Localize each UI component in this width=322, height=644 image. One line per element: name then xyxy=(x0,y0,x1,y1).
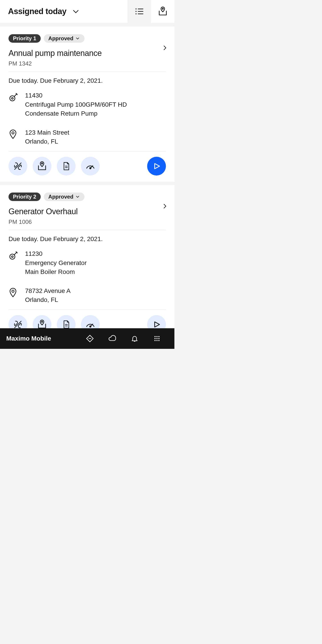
tools-icon xyxy=(13,320,23,328)
card-actions xyxy=(8,310,166,328)
card-actions xyxy=(8,151,166,182)
app-name: Maximo Mobile xyxy=(6,335,51,342)
work-order-title: Annual pump maintenance xyxy=(8,48,166,58)
status-label: Approved xyxy=(48,194,73,200)
list-view-button[interactable] xyxy=(128,0,151,23)
gauge-button[interactable] xyxy=(81,157,100,176)
work-order-card: Priority 2 Approved Generator Overhaul P… xyxy=(0,185,174,328)
asset-location: Main Boiler Room xyxy=(25,268,86,276)
svg-point-28 xyxy=(156,336,158,337)
start-button[interactable] xyxy=(147,315,166,328)
svg-point-35 xyxy=(158,340,160,341)
map-button[interactable] xyxy=(33,157,52,176)
nav-button[interactable] xyxy=(79,328,101,349)
address-line2: Orlando, FL xyxy=(25,137,69,146)
chevron-right-icon[interactable] xyxy=(162,44,168,51)
gauge-button[interactable] xyxy=(81,315,100,328)
asset-body: 11430 Centrifugal Pump 100GPM/60FT HD Co… xyxy=(25,91,127,118)
start-button[interactable] xyxy=(147,157,166,176)
svg-point-17 xyxy=(12,256,13,258)
address-body: 78732 Avenue A Orlando, FL xyxy=(25,286,70,304)
tools-button[interactable] xyxy=(8,157,27,176)
header-bar: Assigned today xyxy=(0,0,174,24)
svg-point-6 xyxy=(162,8,163,9)
quick-actions xyxy=(8,157,100,176)
address-line2: Orlando, FL xyxy=(25,296,70,304)
due-text: Due today. Due February 2, 2021. xyxy=(8,72,166,86)
work-order-list: Priority 1 Approved Annual pump maintena… xyxy=(0,24,174,328)
gauge-icon xyxy=(85,161,96,171)
work-order-title: Generator Overhaul xyxy=(8,207,166,216)
address-body: 123 Main Street Orlando, FL xyxy=(25,128,69,146)
card-header[interactable]: Priority 2 Approved Generator Overhaul P… xyxy=(8,185,166,230)
work-order-card: Priority 1 Approved Annual pump maintena… xyxy=(0,26,174,182)
asset-row: 11430 Centrifugal Pump 100GPM/60FT HD Co… xyxy=(8,86,166,123)
tools-button[interactable] xyxy=(8,315,27,328)
address-line1: 78732 Avenue A xyxy=(25,286,70,296)
svg-point-8 xyxy=(12,98,13,99)
svg-point-29 xyxy=(158,336,160,337)
map-button[interactable] xyxy=(33,315,52,328)
document-button[interactable] xyxy=(57,157,76,176)
status-label: Approved xyxy=(48,35,73,42)
svg-point-3 xyxy=(136,9,136,9)
tools-icon xyxy=(13,161,23,171)
svg-point-31 xyxy=(156,338,158,339)
svg-point-32 xyxy=(158,338,160,339)
svg-point-19 xyxy=(41,321,42,322)
header-title-dropdown[interactable]: Assigned today xyxy=(0,7,128,16)
chevron-down-icon xyxy=(75,194,80,199)
header-title: Assigned today xyxy=(8,7,66,16)
svg-point-34 xyxy=(156,340,158,341)
pin-icon xyxy=(8,286,19,298)
asset-body: 11230 Emergency Generator Main Boiler Ro… xyxy=(25,249,86,276)
play-icon xyxy=(152,162,161,170)
gauge-icon xyxy=(85,320,96,328)
priority-badge: Priority 1 xyxy=(8,34,41,43)
address-row: 123 Main Street Orlando, FL xyxy=(8,123,166,151)
badges-row: Priority 1 Approved xyxy=(8,34,166,43)
card-header[interactable]: Priority 1 Approved Annual pump maintena… xyxy=(8,26,166,72)
priority-badge-label: Priority 2 xyxy=(13,194,36,200)
due-text: Due today. Due February 2, 2021. xyxy=(8,230,166,244)
diamond-icon xyxy=(86,334,94,342)
notifications-button[interactable] xyxy=(124,328,146,349)
priority-badge-label: Priority 1 xyxy=(13,35,36,42)
svg-point-9 xyxy=(12,132,14,134)
svg-point-10 xyxy=(41,163,42,164)
work-order-id: PM 1342 xyxy=(8,60,166,67)
badges-row: Priority 2 Approved xyxy=(8,192,166,201)
asset-id: 11430 xyxy=(25,91,127,100)
asset-name: Centrifugal Pump 100GPM/60FT HD xyxy=(25,100,127,109)
svg-point-27 xyxy=(154,336,156,337)
svg-point-18 xyxy=(12,290,14,292)
pin-icon xyxy=(8,128,19,140)
asset-name: Emergency Generator xyxy=(25,258,86,268)
map-tray-icon xyxy=(37,161,48,172)
menu-button[interactable] xyxy=(146,328,168,349)
play-icon xyxy=(152,320,161,328)
map-tray-icon xyxy=(37,319,48,328)
svg-marker-15 xyxy=(155,164,160,168)
priority-badge: Priority 2 xyxy=(8,192,41,201)
asset-icon xyxy=(8,249,19,260)
asset-location: Condensate Return Pump xyxy=(25,109,127,118)
sync-button[interactable] xyxy=(101,328,124,349)
svg-point-4 xyxy=(136,11,136,12)
cloud-icon xyxy=(108,334,117,342)
asset-icon xyxy=(8,91,19,102)
bell-icon xyxy=(131,334,138,342)
status-dropdown[interactable]: Approved xyxy=(44,192,84,201)
document-button[interactable] xyxy=(57,315,76,328)
chevron-down-icon xyxy=(75,36,80,41)
address-line1: 123 Main Street xyxy=(25,128,69,137)
chevron-right-icon[interactable] xyxy=(162,203,168,210)
list-icon xyxy=(134,6,144,16)
svg-point-5 xyxy=(136,14,136,14)
map-view-button[interactable] xyxy=(151,0,174,23)
quick-actions xyxy=(8,315,100,328)
status-dropdown[interactable]: Approved xyxy=(44,34,84,43)
asset-row: 11230 Emergency Generator Main Boiler Ro… xyxy=(8,244,166,282)
app-footer: Maximo Mobile xyxy=(0,328,174,349)
play-wrap xyxy=(147,157,166,176)
